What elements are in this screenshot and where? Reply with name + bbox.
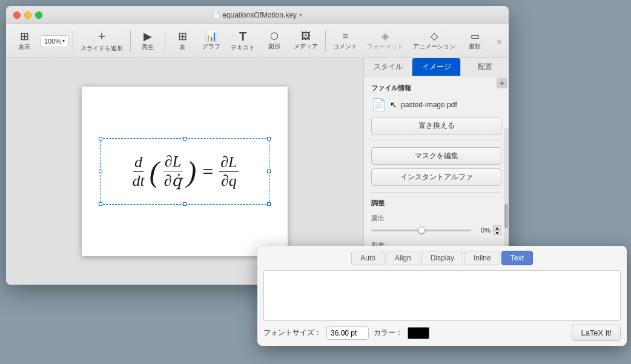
tab-style[interactable]: スタイル (364, 58, 412, 76)
toolbar-divider-1 (73, 30, 73, 52)
replace-button[interactable]: 置き換える (371, 117, 501, 134)
latex-tab-inline[interactable]: Inline (464, 251, 500, 265)
close-button[interactable] (13, 12, 21, 19)
handle-top-right[interactable] (267, 137, 271, 141)
latex-window: Auto Align Display Inline Text フォントサイズ： … (257, 246, 627, 346)
handle-top-left[interactable] (99, 137, 102, 141)
handle-bottom-left[interactable] (99, 202, 102, 206)
exposure-control: 0% ▲ ▼ (371, 225, 501, 235)
handle-bottom-center[interactable] (183, 202, 187, 206)
pdf-icon: 📄 (371, 98, 386, 112)
cursor-icon: ↖ (390, 100, 397, 110)
toolbar-divider-4 (325, 30, 326, 52)
traffic-lights (13, 12, 42, 19)
table-button[interactable]: ⊞ 表 (169, 28, 196, 54)
zoom-control[interactable]: 100% ▾ (40, 35, 69, 47)
handle-middle-right[interactable] (267, 170, 271, 173)
exposure-value: 0% (474, 227, 491, 234)
play-button[interactable]: ▶ 再生 (134, 28, 161, 54)
color-label: カラー： (374, 328, 403, 338)
toolbar-divider-2 (130, 30, 131, 52)
toolbar-divider-3 (165, 30, 165, 52)
format-button[interactable]: ◈ フォーマット (363, 29, 407, 53)
handle-bottom-right[interactable] (267, 202, 271, 206)
media-icon: 🖼 (301, 31, 311, 41)
shape-button[interactable]: ⬡ 図形 (261, 29, 288, 53)
slide: d dt ( ∂L ∂q̇ ) = ∂L ∂q (82, 87, 288, 256)
toolbar: ⊞ 表示 100% ▾ + スライドを追加 ▶ 再生 ⊞ 表 📊 グラフ T テ… (6, 24, 509, 58)
file-info-row: 📄 ↖ pasted-image.pdf (371, 98, 501, 112)
latex-tab-text[interactable]: Text (501, 251, 533, 265)
latex-bottom-row: フォントサイズ： カラー： LaTeX it! (263, 321, 621, 341)
text-button[interactable]: T テキスト (227, 28, 259, 55)
selection-box (100, 138, 269, 205)
panel-divider-1 (371, 141, 501, 141)
titlebar: 📄 equationsOfMotion.key ▾ (6, 6, 509, 24)
table-icon: ⊞ (178, 31, 187, 42)
latex-editor[interactable] (263, 270, 621, 321)
file-name: pasted-image.pdf (401, 101, 457, 109)
exposure-stepper: ▲ ▼ (493, 225, 501, 235)
text-icon: T (239, 30, 246, 42)
instant-alpha-button[interactable]: インスタントアルファ (371, 168, 501, 186)
adjustment-title: 調整 (371, 199, 501, 208)
play-icon: ▶ (144, 31, 152, 42)
exposure-thumb[interactable] (418, 227, 425, 234)
color-picker[interactable] (408, 327, 429, 339)
latex-tab-align[interactable]: Align (386, 251, 420, 265)
panel-tabs: スタイル イメージ 配置 (364, 58, 509, 76)
handle-middle-left[interactable] (99, 170, 102, 173)
animation-button[interactable]: ◇ アニメーション (409, 29, 459, 53)
exposure-decrement[interactable]: ▼ (493, 230, 501, 235)
document-icon: 📄 (213, 12, 220, 18)
chevron-down-icon: ▾ (62, 38, 65, 44)
mask-edit-button[interactable]: マスクを編集 (371, 147, 501, 165)
font-size-input[interactable] (326, 326, 369, 340)
tab-layout[interactable]: 配置 (461, 58, 509, 76)
minimize-button[interactable] (24, 12, 31, 19)
exposure-slider[interactable] (371, 230, 471, 231)
panel-scrollbar-thumb[interactable] (504, 204, 508, 228)
view-icon: ⊞ (20, 31, 29, 42)
chart-icon: 📊 (205, 31, 217, 41)
latex-tabs-row: Auto Align Display Inline Text (263, 251, 621, 265)
handle-top-center[interactable] (183, 137, 187, 141)
media-button[interactable]: 🖼 メディア (290, 29, 322, 53)
comment-icon: ≡ (342, 31, 348, 41)
exposure-label: 露出 (371, 214, 501, 223)
view-button[interactable]: ⊞ 表示 (11, 28, 38, 54)
document-button[interactable]: ▭ 書類 (461, 29, 488, 53)
toolbar-expand-icon[interactable]: » (494, 34, 504, 48)
animation-icon: ◇ (431, 31, 438, 41)
comment-button[interactable]: ≡ コメント (329, 29, 361, 53)
exposure-row: 露出 0% ▲ ▼ (371, 214, 501, 235)
add-panel-button[interactable]: + (497, 78, 507, 88)
shape-icon: ⬡ (270, 31, 279, 41)
window-title: 📄 equationsOfMotion.key ▾ (213, 11, 302, 19)
format-icon: ◈ (382, 31, 389, 41)
latex-tab-auto[interactable]: Auto (351, 251, 385, 265)
add-slide-button[interactable]: + スライドを追加 (77, 27, 127, 55)
panel-divider-2 (371, 192, 501, 193)
tab-image[interactable]: イメージ (412, 58, 461, 76)
chart-button[interactable]: 📊 グラフ (198, 29, 225, 53)
exposure-increment[interactable]: ▲ (493, 225, 501, 230)
main-window: 📄 equationsOfMotion.key ▾ ⊞ 表示 100% ▾ + … (6, 6, 509, 285)
latex-content: Auto Align Display Inline Text フォントサイズ： … (257, 246, 627, 346)
document-panel-icon: ▭ (471, 31, 480, 41)
latex-tab-display[interactable]: Display (421, 251, 463, 265)
plus-icon: + (98, 30, 106, 43)
font-size-label: フォントサイズ： (263, 328, 322, 338)
file-info-title: ファイル情報 (371, 84, 501, 93)
maximize-button[interactable] (35, 12, 42, 19)
latex-it-button[interactable]: LaTeX it! (572, 325, 621, 341)
